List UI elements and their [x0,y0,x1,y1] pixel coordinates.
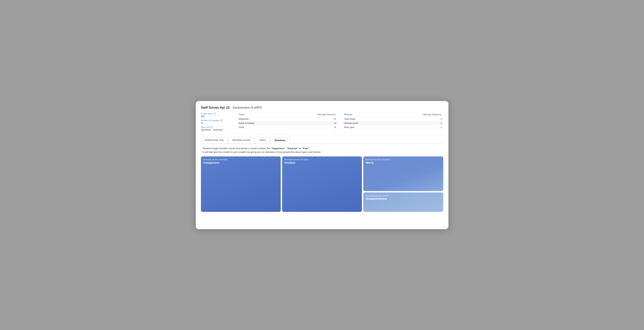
phrases-header-label: Phrases [344,113,352,116]
worry-name: Worry [366,161,441,164]
num-messages-value: 22 [201,122,237,124]
worry-percent: Message percent: 31.818% [366,159,441,161]
phrases-row-1: Team leads 4 [343,117,443,121]
topics-row-3-count: 18 [334,126,336,129]
phrases-row-2-label: General sense [344,122,358,124]
emotions-description: Relative Insight identifies words that d… [201,144,443,156]
phrases-row-3-label: More open [344,126,354,129]
topics-row-2-label: Action & making [239,122,254,124]
page-title-separator: - [230,106,232,110]
topics-row-2-count: 19 [334,122,336,124]
num-messages-block: Number of messages i 22 [201,119,237,124]
emotion-card-comparison[interactable]: Message percent: 45.455% Comparison [201,156,281,212]
tab-topics[interactable]: Topics [255,137,270,143]
description-line1: Relative Insight identifies words that d… [203,147,442,150]
emotion-card-worry[interactable]: Message percent: 31.818% Worry [363,156,443,191]
right-column: Message percent: 31.818% Worry Message p… [363,156,443,212]
main-window: Staff Survey Apr 23 - Assessment of eNPS… [196,101,448,229]
emotion-card-disappointment[interactable]: Message percent: 4.545% Disappointment [363,192,443,212]
topics-header-label: Topics [239,113,244,116]
meta-section: Unique topics i 230 Number of messages i… [201,113,443,132]
comparison-percent: Message percent: 45.455% [203,159,278,161]
disappointment-percent: Message percent: 4.545% [366,195,441,197]
emotion-card-emotion[interactable]: Message percent: 45.455% Emotion [282,156,362,212]
unique-topics-block: Unique topics i 230 [201,113,237,118]
start-end-label: Start / End i [201,126,237,128]
comparison-name: Comparison [203,161,278,164]
phrases-table-header: Phrases Message frequency: [343,113,443,117]
start-end-info-icon[interactable]: i [211,126,213,128]
topics-table-header: Topics Message frequency: [237,113,338,117]
num-messages-info-icon[interactable]: i [220,119,223,122]
unique-topics-value: 230 [201,115,237,118]
phrases-header-freq: Message frequency: [423,113,442,116]
topics-row-3-label: Good [239,126,244,129]
emotion-percent: Message percent: 45.455% [284,159,360,161]
topics-row-1-count: 22 [334,118,336,120]
meta-left: Unique topics i 230 Number of messages i… [201,113,237,132]
tab-relationship-map[interactable]: Relationship map [201,137,228,143]
topics-header-freq: Message frequency: [318,113,336,116]
tab-emotions[interactable]: Emotions [270,137,290,144]
start-end-block: Start / End i 19/4/2023 - 19/4/2023 [201,126,237,131]
emotion-name: Emotion [284,161,360,164]
phrases-table: Phrases Message frequency: Team leads 4 … [343,113,443,132]
phrases-row-2-count: 2 [441,122,442,124]
description-line2: It will help give you context to your in… [203,150,442,154]
phrases-row-1-label: Team leads [344,118,355,120]
unique-topics-label: Unique topics i [201,113,237,115]
topics-row-3: Good 18 [237,125,338,129]
start-end-value: 19/4/2023 - 19/4/2023 [201,129,237,131]
page-title-bold: Staff Survey Apr 23 [201,106,230,110]
num-messages-label: Number of messages i [201,119,237,122]
page-title-light: Assessment of eNPS [232,106,262,110]
phrases-row-2: General sense 2 [343,121,443,125]
topics-table: Topics Message frequency: Stopwords 22 A… [237,113,338,132]
topics-row-1: Stopwords 22 [237,117,338,121]
topics-row-2: Action & making 19 [237,121,338,125]
phrases-row-3: More open 2 [343,125,443,129]
tab-metadata-visuals[interactable]: Metadata visuals [228,137,254,143]
phrases-row-1-count: 4 [441,118,442,120]
page-header: Staff Survey Apr 23 - Assessment of eNPS [201,106,443,110]
phrases-row-3-count: 2 [441,126,442,129]
tabs-row: Relationship map Metadata visuals Topics… [201,135,443,144]
unique-topics-info-icon[interactable]: i [214,113,216,115]
topics-row-1-label: Stopwords [239,118,249,120]
disappointment-name: Disappointment [366,197,441,200]
emotions-grid: Message percent: 45.455% Comparison Mess… [201,156,443,214]
